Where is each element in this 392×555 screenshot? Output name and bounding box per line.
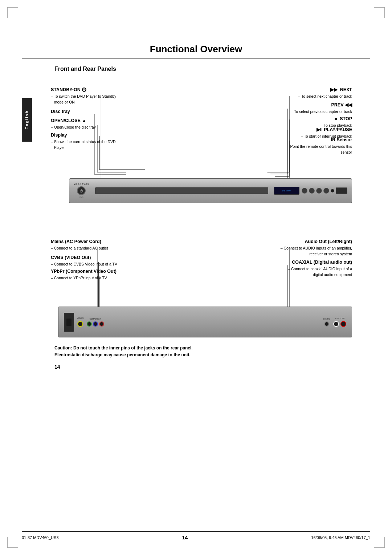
- disc-tray-label: Disc tray: [51, 109, 70, 115]
- corner-mark-bl: [7, 537, 18, 548]
- display-window: 00:00: [274, 187, 299, 195]
- page: English Functional Overview Front and Re…: [0, 0, 392, 555]
- component-connectors: COMPONENT: [87, 318, 104, 327]
- power-inlet: [66, 319, 72, 326]
- dvd-player-front-illustration: MAGNAVOX ⏻ DVD 00:00: [69, 178, 352, 203]
- corner-mark-br: [374, 537, 385, 548]
- dvd-logo-text: DVD: [79, 196, 83, 198]
- footer-center-text: 14: [182, 535, 188, 540]
- caution-line2: Electrostatic discharge may cause perman…: [54, 352, 338, 358]
- audio-out-label: Audio Out (Left/Right) – Connect to AUDI…: [281, 239, 352, 257]
- btn-play: [316, 188, 322, 194]
- footer-left-text: 01-37 MDV460_US3: [22, 535, 59, 540]
- display-readout: 00:00: [282, 190, 291, 192]
- page-title: Functional Overview: [22, 44, 370, 55]
- next-label: ▶▶ NEXT – To select next chapter or trac…: [298, 87, 352, 99]
- rca-video-group: [77, 321, 83, 327]
- btn-stop: [302, 188, 307, 194]
- video-connectors: VIDEO: [77, 317, 84, 327]
- rca-green: [87, 321, 92, 327]
- front-panel-diagram: STANDBY-ON ⏻ – To switch the DVD Player …: [51, 76, 352, 203]
- ir-sensor-label: IR Sensor – Point the remote control tow…: [287, 137, 352, 155]
- brand-text: MAGNAVOX: [74, 183, 89, 185]
- stop-label: ■ STOP – To stop playback: [320, 116, 352, 128]
- ypbpr-label: YPbPr (Component Video Out) – Connect to…: [51, 268, 117, 281]
- coaxial-label: COAXIAL (Digital audio out) – Connect to…: [288, 259, 352, 278]
- spacer-1: [22, 210, 370, 232]
- cvbs-label: CVBS (VIDEO Out) – Connect to CVBS Video…: [51, 255, 117, 267]
- section-title: Front and Rear Panels: [54, 66, 370, 72]
- audio-rca-group: [333, 321, 346, 327]
- footer-right-text: 16/06/05, 9:45 AM MDV460/17_1: [311, 535, 370, 540]
- footer: 01-37 MDV460_US3 14 16/06/05, 9:45 AM MD…: [22, 531, 370, 540]
- corner-mark-tr: [374, 7, 385, 18]
- caution-line1: Caution: Do not touch the inner pins of …: [54, 345, 338, 352]
- side-tab: English: [22, 98, 32, 142]
- corner-mark-tl: [7, 7, 18, 18]
- component-label-small: COMPONENT: [89, 318, 101, 320]
- prev-label: PREV ◀◀ – To select previous chapter or …: [291, 102, 352, 114]
- front-left-section: MAGNAVOX ⏻ DVD: [74, 183, 89, 198]
- audio-label-small: AUDIO OUT: [335, 317, 345, 320]
- display-label: Display – Shows the current status of th…: [51, 132, 116, 150]
- rear-panel-diagram: Mains (AC Power Cord) – Connect to a sta…: [51, 232, 352, 337]
- side-tab-label: English: [25, 110, 29, 130]
- rca-red-component: [99, 321, 104, 327]
- caution-section: Caution: Do not touch the inner pins of …: [54, 345, 338, 358]
- audio-lr-connectors: AUDIO OUT: [333, 317, 346, 327]
- btn-prev: [309, 188, 315, 194]
- digital-audio-connector: DIGITAL: [323, 318, 330, 327]
- power-button: ⏻: [77, 186, 86, 195]
- video-label-small: VIDEO: [77, 317, 84, 319]
- transport-buttons: [302, 187, 347, 194]
- rca-blue: [93, 321, 98, 327]
- standby-label: STANDBY-ON ⏻ – To switch the DVD Player …: [51, 87, 116, 105]
- title-divider: [22, 58, 370, 58]
- component-rca-group: [87, 321, 104, 327]
- rca-red-audio: [340, 321, 346, 327]
- power-socket: [64, 313, 74, 332]
- btn-next: [323, 188, 329, 194]
- jump-button: [336, 187, 347, 194]
- open-close-label: OPEN/CLOSE ▲ – Open/Close the disc tray: [51, 118, 96, 130]
- dvd-player-rear-illustration: VIDEO COMPONENT DIGITAL: [58, 307, 352, 337]
- rca-yellow: [77, 321, 83, 327]
- mains-label: Mains (AC Power Cord) – Connect to a sta…: [51, 239, 108, 251]
- coaxial-jack: [324, 321, 329, 327]
- rca-white: [333, 321, 339, 327]
- ir-sensor-element: [331, 189, 334, 193]
- disc-slot: [95, 187, 268, 194]
- coaxial-label-small: DIGITAL: [323, 318, 330, 320]
- page-number: 14: [54, 364, 370, 370]
